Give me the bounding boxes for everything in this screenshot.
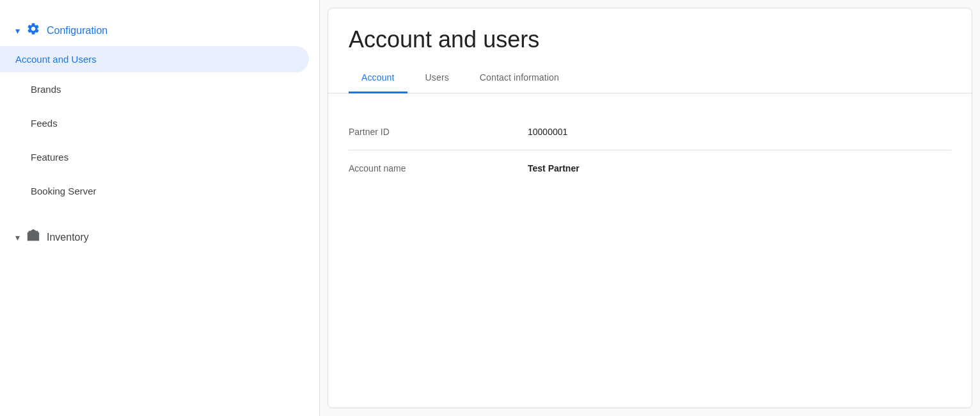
sidebar: ▾ Configuration Account and Users Brands… — [0, 0, 320, 416]
page-title: Account and users — [328, 8, 972, 63]
sidebar-item-account-and-users[interactable]: Account and Users — [0, 46, 309, 72]
partner-id-value: 10000001 — [528, 127, 567, 137]
account-name-row: Account name Test Partner — [349, 150, 951, 186]
inventory-chevron-down-icon: ▾ — [15, 232, 20, 243]
configuration-section: ▾ Configuration Account and Users Brands… — [0, 10, 319, 213]
sidebar-item-feeds-label: Feeds — [31, 118, 58, 129]
gear-icon — [26, 22, 40, 40]
tab-account[interactable]: Account — [349, 63, 407, 93]
inventory-label: Inventory — [47, 232, 89, 243]
sidebar-item-features[interactable]: Features — [0, 140, 319, 174]
tab-users-label: Users — [425, 72, 449, 83]
store-icon — [26, 228, 40, 246]
configuration-header[interactable]: ▾ Configuration — [0, 15, 319, 46]
sidebar-item-booking-server-label: Booking Server — [31, 186, 97, 196]
tabs-container: Account Users Contact information — [328, 63, 972, 93]
sidebar-item-booking-server[interactable]: Booking Server — [0, 174, 319, 208]
content-area: Partner ID 10000001 Account name Test Pa… — [328, 93, 972, 408]
configuration-label: Configuration — [47, 25, 107, 36]
tab-account-label: Account — [361, 72, 395, 83]
account-name-value: Test Partner — [528, 163, 580, 173]
inventory-header[interactable]: ▾ Inventory — [0, 218, 319, 257]
tab-contact-information[interactable]: Contact information — [467, 63, 572, 93]
sidebar-item-brands[interactable]: Brands — [0, 72, 319, 106]
sidebar-item-features-label: Features — [31, 152, 68, 163]
account-name-label: Account name — [349, 163, 528, 173]
chevron-down-icon: ▾ — [15, 26, 20, 36]
sidebar-active-item-label: Account and Users — [15, 54, 97, 65]
tab-users[interactable]: Users — [413, 63, 462, 93]
partner-id-label: Partner ID — [349, 127, 528, 137]
tab-contact-information-label: Contact information — [480, 72, 559, 83]
sidebar-item-feeds[interactable]: Feeds — [0, 106, 319, 140]
partner-id-row: Partner ID 10000001 — [349, 114, 951, 150]
sidebar-item-brands-label: Brands — [31, 84, 61, 95]
main-content: Account and users Account Users Contact … — [328, 8, 972, 408]
